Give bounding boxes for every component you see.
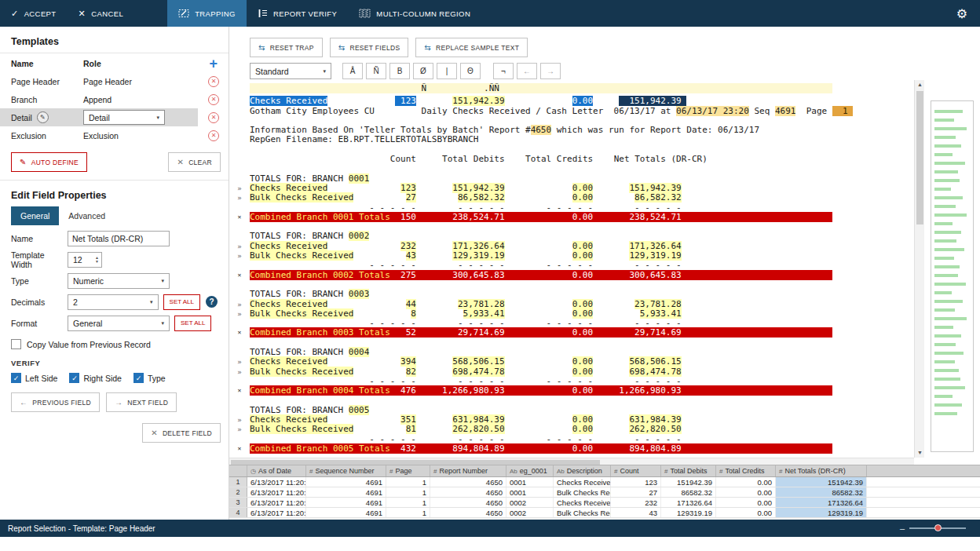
grid-column-header[interactable]: ◷As of Date (247, 465, 306, 476)
grid-column-header[interactable]: Abeg_0001 (506, 465, 554, 476)
grid-column-header[interactable]: #Page (386, 465, 430, 476)
report-field[interactable]: 476 (400, 385, 416, 396)
zoom-out-icon[interactable]: – (900, 524, 905, 533)
report-field[interactable]: 262,820.50 (452, 424, 504, 434)
verify-left-side[interactable]: ✓Left Side (11, 373, 57, 383)
report-field[interactable]: 129,319.19 (452, 250, 504, 261)
remove-template-button[interactable]: ✕ (208, 112, 219, 123)
zoom-handle[interactable] (934, 524, 942, 531)
tab-advanced[interactable]: Advanced (59, 206, 115, 225)
report-field[interactable]: 1,266,980.93 (442, 385, 504, 396)
previous-field-button[interactable]: ← PREVIOUS FIELD (11, 392, 100, 412)
report-field[interactable]: 23,781.28 (458, 299, 505, 309)
append-marker-icon[interactable]: » (229, 415, 250, 425)
accept-button[interactable]: ✓ ACCEPT (0, 0, 68, 27)
name-input[interactable]: Net Totals (DR-CR) (68, 231, 170, 246)
scroll-down-arrow[interactable]: ▼ (915, 448, 925, 458)
exclude-marker-icon[interactable]: ✕ (229, 213, 250, 222)
report-field[interactable]: 0.00 (572, 385, 594, 396)
report-field[interactable]: 0.00 (572, 367, 594, 377)
exclude-marker-icon[interactable]: ✕ (229, 386, 250, 396)
append-marker-icon[interactable]: » (229, 425, 250, 434)
report-field[interactable]: 86,582.32 (458, 192, 505, 203)
report-field[interactable]: Checks Received (250, 96, 327, 106)
report-field[interactable]: Checks Received (250, 356, 327, 367)
append-marker-icon[interactable]: » (229, 309, 250, 319)
replace-sample-text-button[interactable]: ⇆ REPLACE SAMPLE TEXT (415, 38, 528, 57)
report-field[interactable]: 86,582.32 (634, 192, 682, 203)
grid-column-header[interactable]: #Total Credits (716, 465, 776, 476)
settings-gear-icon[interactable]: ⚙ (956, 6, 967, 21)
add-template-button[interactable]: + (196, 58, 224, 69)
grid-row[interactable]: 46/13/2017 11:20:00...4691146500002Bulk … (229, 508, 980, 518)
report-field[interactable]: 0.00 (572, 327, 594, 338)
report-field[interactable]: 44 (406, 299, 416, 309)
cancel-button[interactable]: ✕ CANCEL (68, 0, 135, 27)
report-field[interactable]: 894,804.89 (452, 443, 504, 454)
report-field[interactable]: 0.00 (572, 212, 594, 222)
report-field[interactable]: 0.00 (572, 424, 594, 434)
verify-type[interactable]: ✓Type (133, 373, 166, 383)
report-field[interactable]: 0.00 (572, 443, 594, 454)
decimals-set-all-button[interactable]: SET ALL (163, 294, 200, 310)
tab-report-verify[interactable]: REPORT VERIFY (247, 0, 348, 27)
report-field[interactable]: 0.00 (572, 241, 594, 251)
copy-value-checkbox[interactable]: Copy Value from Previous Record (11, 339, 218, 349)
report-field[interactable]: Bulk Checks Received (250, 367, 353, 377)
report-field[interactable]: 23,781.28 (634, 299, 682, 309)
report-field[interactable]: Combined Branch 0002 Totals (250, 270, 390, 280)
report-field[interactable]: 82 (406, 367, 416, 377)
report-field[interactable]: 43 (406, 250, 416, 261)
report-field[interactable]: 29,714.69 (634, 327, 682, 338)
report-field[interactable]: 0.00 (572, 250, 594, 261)
grid-column-header[interactable]: AbDescription (554, 465, 611, 476)
report-field[interactable]: 394 (400, 356, 416, 367)
report-field[interactable]: 0.00 (572, 308, 594, 319)
report-field[interactable]: 0.00 (572, 299, 594, 309)
report-field[interactable]: 275 (400, 270, 416, 280)
template-role-select[interactable]: Detail▾ (83, 110, 165, 125)
auto-define-button[interactable]: ✎ AUTO DEFINE (11, 152, 87, 172)
report-field[interactable]: 1 (832, 106, 854, 116)
report-field[interactable]: 300,645.83 (629, 270, 681, 280)
tab-multi-column-region[interactable]: MULTI-COLUMN REGION (348, 0, 481, 27)
format-set-all-button[interactable]: SET ALL (174, 316, 211, 331)
template-row[interactable]: ExclusionExclusion✕ (0, 126, 229, 144)
report-field[interactable]: 0001 (349, 173, 370, 184)
report-field[interactable]: Combined Branch 0004 Totals (250, 385, 390, 396)
report-field[interactable]: Bulk Checks Received (250, 250, 353, 261)
report-field[interactable]: 0.00 (572, 414, 594, 425)
help-icon[interactable]: ? (206, 296, 218, 308)
append-marker-icon[interactable]: » (229, 193, 250, 203)
report-field[interactable]: 52 (406, 327, 416, 338)
report-field[interactable]: Ñ .ÑÑ (250, 83, 832, 93)
report-field[interactable]: 8 (411, 308, 416, 319)
append-marker-icon[interactable]: » (229, 357, 250, 367)
template-row[interactable]: Page HeaderPage Header✕ (0, 72, 229, 90)
tab-trapping[interactable]: TRAPPING (167, 0, 247, 27)
report-field[interactable]: Bulk Checks Received (250, 192, 353, 203)
grid-row[interactable]: 36/13/2017 11:20:00...4691146500002Check… (229, 498, 980, 508)
delete-field-button[interactable]: ✕ DELETE FIELD (142, 423, 221, 443)
remove-template-button[interactable]: ✕ (208, 94, 219, 105)
report-field[interactable]: 151,942.39 (629, 183, 681, 193)
grid-column-header[interactable]: #Net Totals (DR-CR) (776, 465, 867, 476)
report-field[interactable]: 1,266,980.93 (619, 385, 681, 396)
trap-char-button[interactable]: | (437, 63, 457, 79)
report-field[interactable]: 568,506.15 (629, 356, 681, 367)
report-field[interactable]: 262,820.50 (629, 424, 681, 434)
report-view[interactable]: Ñ .ÑÑ Checks Received 123 151,942.39 0.0… (229, 80, 914, 458)
report-field[interactable]: 4650 (531, 125, 552, 135)
append-marker-icon[interactable]: » (229, 184, 250, 193)
report-field[interactable]: 151,942.39 (452, 96, 504, 106)
report-field[interactable]: 4691 (775, 106, 796, 116)
report-field[interactable]: 631,984.39 (629, 414, 681, 425)
report-field[interactable]: 0003 (349, 289, 370, 299)
report-field[interactable]: Combined Branch 0003 Totals (250, 327, 390, 338)
stepper-arrows[interactable]: ▲ ▼ (95, 256, 99, 264)
trap-nav-button[interactable]: → (540, 63, 561, 79)
template-width-stepper[interactable]: 12 ▲ ▼ (68, 252, 102, 268)
report-field[interactable]: Bulk Checks Received (250, 308, 353, 319)
report-field[interactable]: 698,474.78 (452, 367, 504, 377)
next-field-button[interactable]: → NEXT FIELD (106, 392, 177, 412)
